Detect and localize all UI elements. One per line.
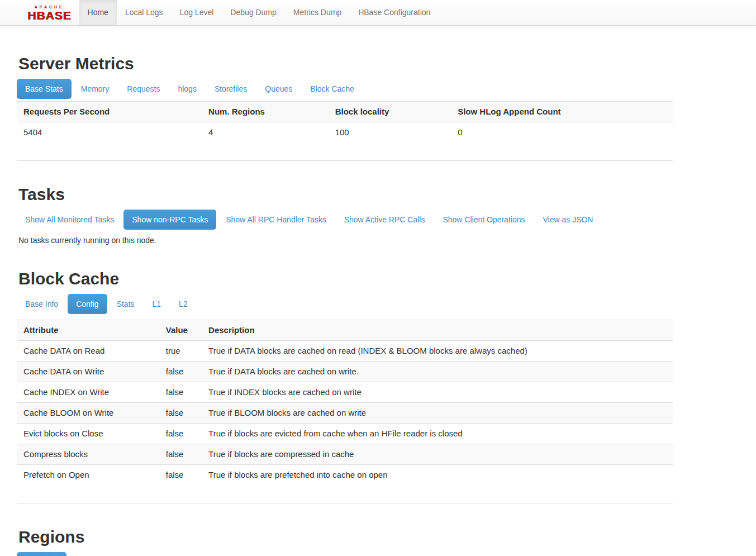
tasks-title: Tasks — [18, 184, 673, 204]
block-locality-value: 100 — [329, 122, 451, 161]
tab-show-non-rpc-tasks-link[interactable]: Show non-RPC Tasks — [123, 210, 216, 230]
tab-l1[interactable]: L1 — [144, 294, 170, 314]
table-row: 5404 4 100 0 — [17, 122, 673, 161]
tab-base-stats-link[interactable]: Base Stats — [17, 79, 72, 99]
tab-memory[interactable]: Memory — [73, 79, 118, 99]
base-stats-table: Requests Per Second Num. Regions Block l… — [17, 101, 673, 161]
tab-block-cache[interactable]: Block Cache — [302, 79, 363, 99]
tab-base-info-link[interactable]: Base Info — [17, 294, 66, 314]
tab-hlogs[interactable]: hlogs — [169, 79, 205, 99]
navbar-link-debug-dump[interactable]: Debug Dump — [222, 0, 285, 25]
column-header: Attribute — [17, 320, 159, 341]
tab-config-link[interactable]: Config — [68, 294, 107, 314]
block-cache-section: Block Cache Base Info Config Stats L1 L2… — [17, 269, 673, 503]
tab-queues[interactable]: Queues — [256, 79, 301, 99]
slow-hlog-append-count-value: 0 — [451, 122, 673, 161]
tab-requests-link[interactable]: Requests — [118, 79, 168, 99]
table-row: Cache BLOOM on Write false True if BLOOM… — [17, 403, 673, 424]
server-metrics-section: Server Metrics Base Stats Memory Request… — [17, 54, 673, 161]
table-row: Prefetch on Open false True if blocks ar… — [17, 465, 673, 503]
tab-hlogs-link[interactable]: hlogs — [169, 79, 205, 99]
navbar-item-home[interactable]: Home — [79, 0, 117, 25]
attribute-cell: Cache DATA on Read — [17, 341, 159, 362]
attribute-cell: Prefetch on Open — [17, 465, 159, 503]
tab-show-all-monitored-tasks-link[interactable]: Show All Monitored Tasks — [17, 210, 122, 230]
tab-show-active-rpc-calls-link[interactable]: Show Active RPC Calls — [336, 210, 434, 230]
tab-block-cache-link[interactable]: Block Cache — [302, 79, 363, 99]
description-cell: True if DATA blocks are cached on read (… — [202, 341, 673, 362]
page-content: Server Metrics Base Stats Memory Request… — [17, 54, 673, 556]
description-cell: True if DATA blocks are cached on write. — [202, 362, 673, 382]
column-header: Value — [159, 320, 202, 341]
navbar-item-debug-dump[interactable]: Debug Dump — [222, 0, 285, 25]
tab-base-info[interactable]: Base Info — [17, 294, 66, 314]
column-header: Block locality — [329, 102, 451, 122]
tab-show-client-operations-link[interactable]: Show Client Operations — [434, 210, 533, 230]
tab-view-as-json[interactable]: View as JSON — [534, 210, 601, 230]
regions-title: Regions — [18, 527, 673, 547]
navbar-item-metrics-dump[interactable]: Metrics Dump — [285, 0, 350, 25]
attribute-cell: Cache INDEX on Write — [17, 382, 159, 403]
regions-tabs: Base Info — [17, 552, 673, 556]
tab-storefiles-link[interactable]: Storefiles — [206, 79, 255, 99]
table-row: Cache INDEX on Write false True if INDEX… — [17, 382, 673, 403]
tab-view-as-json-link[interactable]: View as JSON — [534, 210, 601, 230]
tab-show-active-rpc-calls[interactable]: Show Active RPC Calls — [336, 210, 434, 230]
description-cell: True if blocks are compressed in cache — [202, 444, 673, 465]
column-header: Description — [202, 320, 673, 341]
server-metrics-title: Server Metrics — [18, 54, 673, 73]
tab-storefiles[interactable]: Storefiles — [206, 79, 255, 99]
tab-l2-link[interactable]: L2 — [170, 294, 196, 314]
navbar-item-local-logs[interactable]: Local Logs — [117, 0, 172, 25]
tab-show-non-rpc-tasks[interactable]: Show non-RPC Tasks — [123, 210, 216, 230]
navbar-link-local-logs[interactable]: Local Logs — [117, 0, 172, 25]
description-cell: True if BLOOM blocks are cached on write — [202, 403, 673, 424]
tab-requests[interactable]: Requests — [118, 79, 168, 99]
navbar-link-metrics-dump[interactable]: Metrics Dump — [285, 0, 350, 25]
attribute-cell: Compress blocks — [17, 444, 159, 465]
tasks-empty-message: No tasks currently running on this node. — [18, 235, 673, 245]
table-header-row: Attribute Value Description — [17, 320, 673, 341]
navbar-link-home[interactable]: Home — [79, 0, 117, 25]
tab-show-all-rpc-handler-tasks[interactable]: Show All RPC Handler Tasks — [217, 210, 334, 230]
tab-config[interactable]: Config — [68, 294, 107, 314]
tab-base-stats[interactable]: Base Stats — [17, 79, 72, 99]
column-header: Requests Per Second — [17, 102, 202, 122]
navbar-link-hbase-configuration[interactable]: HBase Configuration — [350, 0, 439, 25]
requests-per-second-value: 5404 — [17, 122, 202, 161]
regions-section: Regions Base Info — [17, 527, 673, 556]
tab-memory-link[interactable]: Memory — [73, 79, 118, 99]
navbar: APACHE HBASE Home Local Logs Log Level D… — [0, 0, 756, 26]
tab-show-client-operations[interactable]: Show Client Operations — [434, 210, 533, 230]
tab-show-all-rpc-handler-tasks-link[interactable]: Show All RPC Handler Tasks — [217, 210, 334, 230]
navbar-item-hbase-configuration[interactable]: HBase Configuration — [350, 0, 439, 25]
description-cell: True if INDEX blocks are cached on write — [202, 382, 673, 403]
navbar-item-log-level[interactable]: Log Level — [172, 0, 222, 25]
table-row: Cache DATA on Write false True if DATA b… — [17, 362, 673, 382]
tab-l1-link[interactable]: L1 — [144, 294, 170, 314]
num-regions-value: 4 — [202, 122, 329, 161]
navbar-link-log-level[interactable]: Log Level — [172, 0, 222, 25]
tab-regions-base-info[interactable]: Base Info — [17, 552, 66, 556]
value-cell: false — [159, 424, 202, 444]
attribute-cell: Cache BLOOM on Write — [17, 403, 159, 424]
description-cell: True if blocks are evicted from cache wh… — [202, 424, 673, 444]
tasks-tabs: Show All Monitored Tasks Show non-RPC Ta… — [17, 210, 673, 230]
navbar-menu: Home Local Logs Log Level Debug Dump Met… — [79, 0, 439, 25]
value-cell: false — [159, 403, 202, 424]
value-cell: false — [159, 465, 202, 503]
tab-show-all-monitored-tasks[interactable]: Show All Monitored Tasks — [17, 210, 122, 230]
value-cell: false — [159, 444, 202, 465]
server-metrics-tabs: Base Stats Memory Requests hlogs Storefi… — [17, 79, 673, 99]
table-row: Evict blocks on Close false True if bloc… — [17, 424, 673, 444]
tab-regions-base-info-link[interactable]: Base Info — [17, 552, 66, 556]
value-cell: true — [159, 341, 202, 362]
tab-stats-link[interactable]: Stats — [108, 294, 143, 314]
block-cache-title: Block Cache — [18, 269, 673, 288]
tab-queues-link[interactable]: Queues — [256, 79, 301, 99]
tab-stats[interactable]: Stats — [108, 294, 143, 314]
table-header-row: Requests Per Second Num. Regions Block l… — [17, 102, 673, 122]
block-cache-tabs: Base Info Config Stats L1 L2 — [17, 294, 673, 314]
tab-l2[interactable]: L2 — [170, 294, 196, 314]
hbase-logo[interactable]: APACHE HBASE — [25, 0, 74, 25]
